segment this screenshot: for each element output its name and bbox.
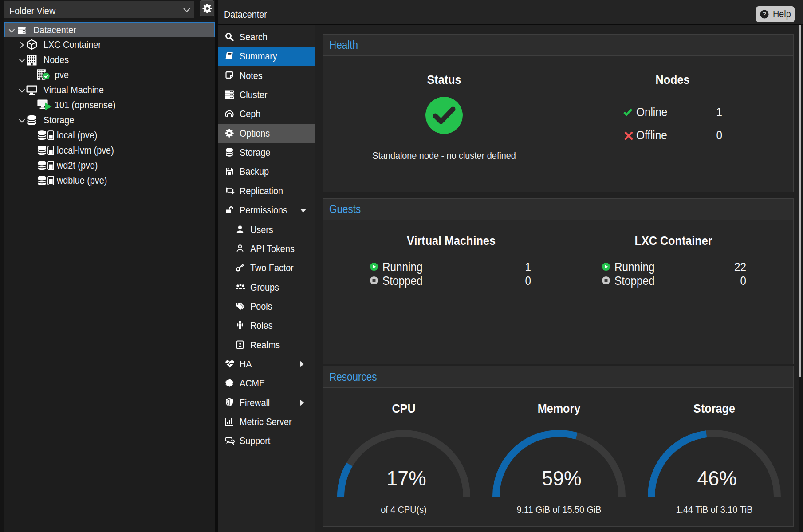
- svg-text:?: ?: [763, 11, 767, 18]
